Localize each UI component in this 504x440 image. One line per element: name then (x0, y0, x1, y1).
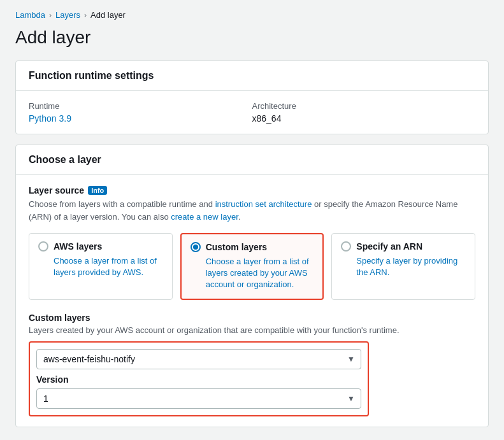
option-specify-arn[interactable]: Specify an ARN Specify a layer by provid… (331, 233, 475, 300)
choose-layer-title: Choose a layer (29, 154, 475, 166)
footer-actions: Cancel Add (15, 437, 489, 440)
breadcrumb: Lambda › Layers › Add layer (15, 10, 489, 20)
architecture-item: Architecture x86_64 (252, 101, 476, 124)
radio-custom-layers (191, 242, 201, 252)
option-aws-layers-title: AWS layers (54, 241, 102, 252)
layer-source-label-row: Layer source Info (29, 185, 475, 195)
runtime-item: Runtime Python 3.9 (29, 101, 252, 124)
page-title: Add layer (15, 27, 489, 48)
option-custom-layers-title: Custom layers (206, 242, 267, 252)
instruction-link[interactable]: instruction set architecture (215, 199, 312, 209)
runtime-settings-title: Function runtime settings (29, 70, 475, 82)
choose-layer-body: Layer source Info Choose from layers wit… (16, 175, 488, 427)
custom-layers-section-desc: Layers created by your AWS account or or… (29, 325, 475, 335)
radio-specify-arn (341, 241, 351, 252)
option-custom-layers[interactable]: Custom layers Choose a layer from a list… (180, 233, 324, 300)
custom-layers-section-title: Custom layers (29, 313, 475, 323)
radio-aws-layers (38, 241, 48, 252)
runtime-value: Python 3.9 (29, 113, 252, 124)
create-layer-link[interactable]: create a new layer (171, 212, 238, 222)
runtime-label: Runtime (29, 101, 252, 111)
option-aws-layers-desc: Choose a layer from a list of layers pro… (38, 255, 163, 278)
breadcrumb-layers[interactable]: Layers (55, 10, 80, 20)
option-aws-layers[interactable]: AWS layers Choose a layer from a list of… (29, 233, 173, 300)
runtime-settings-card: Function runtime settings Runtime Python… (15, 60, 489, 134)
option-aws-layers-header: AWS layers (38, 241, 163, 252)
layer-source-label: Layer source (29, 185, 84, 195)
choose-layer-card: Choose a layer Layer source Info Choose … (15, 145, 489, 427)
version-select[interactable]: 1 (36, 388, 361, 409)
option-custom-layers-desc: Choose a layer from a list of layers cre… (191, 256, 314, 291)
runtime-settings-header: Function runtime settings (16, 61, 488, 91)
breadcrumb-sep-2: › (84, 11, 87, 20)
layer-select[interactable]: aws-event-feishu-notify (36, 349, 361, 369)
option-specify-arn-header: Specify an ARN (341, 241, 466, 252)
breadcrumb-current: Add layer (90, 10, 126, 20)
option-specify-arn-title: Specify an ARN (356, 241, 422, 252)
custom-layers-section: Custom layers Layers created by your AWS… (29, 313, 475, 416)
info-badge[interactable]: Info (88, 186, 107, 195)
architecture-value: x86_64 (252, 113, 476, 124)
layer-source-description: Choose from layers with a compatible run… (29, 198, 475, 223)
breadcrumb-sep-1: › (49, 11, 52, 20)
layer-select-container: aws-event-feishu-notify ▼ (36, 349, 361, 369)
version-select-container: 1 ▼ (36, 388, 361, 409)
runtime-grid: Runtime Python 3.9 Architecture x86_64 (29, 101, 475, 124)
architecture-label: Architecture (252, 101, 476, 111)
breadcrumb-lambda[interactable]: Lambda (15, 10, 45, 20)
version-label: Version (36, 374, 361, 385)
version-section: Version 1 ▼ (36, 374, 361, 409)
option-custom-layers-header: Custom layers (191, 242, 314, 252)
runtime-settings-body: Runtime Python 3.9 Architecture x86_64 (16, 91, 488, 134)
radio-options: AWS layers Choose a layer from a list of… (29, 233, 475, 300)
choose-layer-header: Choose a layer (16, 145, 488, 175)
highlighted-dropdowns-group: aws-event-feishu-notify ▼ Version 1 ▼ (29, 341, 369, 416)
option-specify-arn-desc: Specify a layer by providing the ARN. (341, 255, 466, 278)
